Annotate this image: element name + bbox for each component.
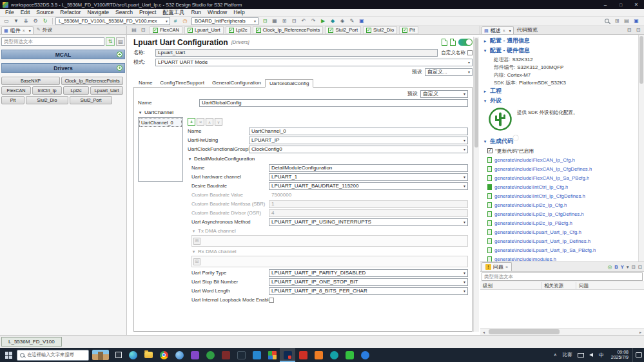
component-enabled-toggle[interactable] [458, 39, 473, 46]
detail-name-input[interactable]: DetailModuleConfiguration [269, 164, 468, 172]
section-hardware-info[interactable]: 配置 - 硬件信息 [483, 46, 638, 55]
overview-scrollbar[interactable] [638, 35, 644, 262]
column-header-[interactable]: 问题 [576, 282, 644, 289]
uartchannel-list[interactable]: UartChannel_0 [138, 117, 183, 182]
taskbar-app-explorer[interactable] [141, 348, 156, 362]
taskbar-app-green-app[interactable] [202, 348, 218, 362]
maximize-button[interactable] [613, 0, 629, 9]
component-siul2-dio[interactable]: Siul2_Dio [26, 96, 68, 104]
task-view-button[interactable] [112, 348, 125, 362]
menu-search[interactable]: Search [112, 9, 136, 17]
taskbar-app-s32ds[interactable] [280, 348, 295, 362]
close-tab-icon[interactable] [505, 265, 508, 269]
clocks-icon[interactable]: ◷ [181, 17, 190, 25]
file-link-generate-include-lpi2c-ip-cfgdefines-h[interactable]: generate\include\Lpi2c_Ip_CfgDefines.h [487, 209, 638, 218]
overview-icon[interactable]: ▦ [270, 17, 279, 25]
component-lpuart-uart[interactable]: Lpuart_Uart [90, 86, 123, 95]
maximize-view-icon[interactable]: ⊡ [638, 264, 642, 270]
taskbar-app-media[interactable] [187, 348, 202, 362]
uartchannel-section-header[interactable]: UartChannel [138, 108, 468, 117]
menu-project[interactable]: Project [136, 9, 159, 17]
file-link-generate-include-intctrl-ip-cfgdefines-h[interactable]: generate\include\IntCtrl_Ip_CfgDefines.h [487, 191, 638, 200]
copy-config-icon[interactable] [450, 39, 456, 46]
config-file-combo[interactable]: L_5536M_FD_V100/L_5536M_FD_V100.mex [55, 17, 170, 25]
taskbar-app-blue-app[interactable] [357, 348, 373, 362]
section-project[interactable]: 工程 [483, 86, 638, 96]
filter-b-icon[interactable]: B [614, 264, 618, 270]
collapse-icon[interactable] [483, 139, 487, 144]
maximize-view-icon[interactable] [634, 26, 643, 34]
filter-y-icon[interactable]: Y [621, 264, 624, 270]
scrollbar-thumb[interactable] [474, 38, 478, 148]
pins-icon[interactable]: # [171, 17, 180, 25]
file-link-generate-include-lpi2c-ip-cfg-h[interactable]: generate\include\Lpi2c_Ip_Cfg.h [487, 200, 638, 209]
column-header-[interactable]: 相关资源 [542, 282, 576, 289]
quick-access-search-icon[interactable] [602, 17, 611, 25]
add-driver-component-icon[interactable] [117, 65, 122, 71]
file-link-generate-include-flexcan-ip-cfgdefines-h[interactable]: generate\include\FlexCAN_Ip_CfgDefines.h [487, 164, 638, 173]
generate-code-icon[interactable] [442, 39, 447, 46]
collapse-all-icon[interactable]: ⊟ [289, 17, 298, 25]
menu-help[interactable]: Help [230, 9, 248, 17]
column-header-[interactable]: 级别 [480, 282, 542, 289]
menu-navigate[interactable]: Navigate [84, 9, 112, 17]
peripheral-toggle-siul2-dio[interactable]: Siul2_Dio [363, 26, 397, 34]
file-link-generate-include-lpi2c-ip-pbcfg-h[interactable]: generate\include\Lpi2c_Ip_PBcfg.h [487, 218, 638, 227]
taskbar-app-dev[interactable] [218, 348, 233, 362]
section-general-info[interactable]: 配置 - 通用信息 [483, 36, 638, 46]
uartchannel-list-item[interactable]: UartChannel_0 [139, 119, 182, 127]
channel-name-input[interactable]: UartChannel_0 [249, 128, 468, 135]
detail-section-header[interactable]: DetailModuleConfiguration [188, 155, 468, 163]
collapse-icon[interactable] [483, 99, 487, 104]
peripheral-toggle-pit[interactable]: Pit [399, 26, 418, 34]
stop-bit-select[interactable]: LPUART_UART_IP_ONE_STOP_BIT [269, 278, 468, 286]
collapse-icon[interactable] [483, 48, 487, 53]
parity-select[interactable]: LPUART_UART_IP_PARITY_DISABLED [269, 269, 468, 277]
add-channel-button[interactable] [188, 118, 195, 126]
loopback-checkbox[interactable] [269, 298, 274, 303]
config-tab-uartglobalconfig[interactable]: UartGlobalConfig [265, 79, 313, 88]
annotation-icon[interactable]: ✎ [347, 17, 356, 25]
tab-peripherals-view[interactable]: 外设 [34, 25, 56, 34]
tray-expand-icon[interactable] [551, 352, 560, 357]
tab-components[interactable]: 组件 [1, 26, 34, 34]
skip-icon[interactable]: ▣ [357, 17, 366, 25]
expand-all-icon[interactable]: ⊞ [280, 17, 289, 25]
taskbar-app-office[interactable] [264, 348, 280, 362]
minimize-view-icon[interactable] [625, 26, 634, 34]
component-pit[interactable]: Pit [1, 96, 24, 104]
component-clock-ip-referencepoints[interactable]: Clock_Ip_ReferencePoints [61, 77, 123, 85]
component-name-input[interactable]: Lpuart_Uart [155, 49, 438, 57]
clock[interactable]: 09:08 2025/7/9 [607, 350, 632, 361]
save-all-icon[interactable]: ⇊ [21, 17, 30, 25]
taskbar-app-ie[interactable] [171, 348, 187, 362]
start-button[interactable] [0, 348, 17, 362]
scrollbar-thumb[interactable] [489, 329, 560, 334]
undo-icon[interactable]: ↶ [299, 17, 308, 25]
settings-icon[interactable]: ⚙ [31, 17, 40, 25]
section-generated-code[interactable]: 生成代码 [483, 137, 638, 146]
add-mcal-component-icon[interactable] [117, 52, 122, 57]
taskbar-app-wechat[interactable] [342, 348, 357, 362]
file-link-generate-include-flexcan-ip-cfg-h[interactable]: generate\include\FlexCAN_Ip_Cfg.h [487, 155, 638, 164]
menu-refactor[interactable]: Refactor [57, 9, 84, 17]
config-tab-name[interactable]: Name [135, 79, 156, 87]
file-link-generate-include-lpuart-uart-ip-sa-pbcfg-h[interactable]: generate\include\Lpuart_Uart_Ip_Sa_PBcfg… [487, 245, 638, 254]
redo-icon[interactable]: ↷ [309, 17, 318, 25]
ime-indicator[interactable]: 中 [596, 352, 607, 359]
tab-overview[interactable]: 概述 [482, 26, 514, 34]
component-filter-input[interactable] [1, 37, 104, 46]
news-widget-icon[interactable] [92, 350, 109, 360]
inner-preset-select[interactable]: 自定义 [420, 90, 468, 98]
menu-window[interactable]: Window [204, 9, 230, 17]
close-tab-icon[interactable] [23, 28, 25, 33]
problems-filter-input[interactable] [482, 272, 643, 281]
tab-problems[interactable]: 问题 [482, 262, 512, 271]
taskbar-app-pdf[interactable] [295, 348, 311, 362]
menu-[interactable]: 配置工具 [159, 9, 188, 17]
problems-hscrollbar[interactable] [480, 328, 644, 335]
config-perspective-icon[interactable]: ▣ [632, 17, 641, 25]
menu-source[interactable]: Source [33, 9, 57, 17]
custom-name-checkbox[interactable] [467, 50, 473, 55]
peripherals-icon[interactable]: ⊟ [260, 17, 269, 25]
